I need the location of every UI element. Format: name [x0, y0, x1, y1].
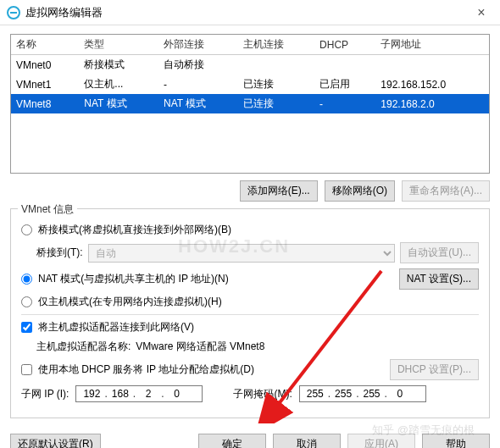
- window-title: 虚拟网络编辑器: [25, 5, 469, 20]
- hostonly-mode-radio[interactable]: 仅主机模式(在专用网络内连接虚拟机)(H): [21, 295, 222, 309]
- app-icon: [7, 6, 20, 19]
- watermark-footer: 知乎 @踏雪无痕的根: [372, 423, 475, 438]
- auto-settings-button[interactable]: 自动设置(U)...: [400, 242, 479, 263]
- column-header[interactable]: DHCP: [314, 35, 375, 55]
- column-header[interactable]: 主机连接: [238, 35, 314, 55]
- host-adapter-value: VMware 网络适配器 VMnet8: [136, 340, 264, 354]
- network-table[interactable]: 名称类型外部连接主机连接DHCP子网地址 VMnet0桥接模式自动桥接VMnet…: [10, 34, 490, 174]
- host-adapter-label: 主机虚拟适配器名称:: [36, 340, 131, 354]
- column-header[interactable]: 类型: [79, 35, 158, 55]
- column-header[interactable]: 名称: [11, 35, 79, 55]
- subnet-mask-label: 子网掩码(M):: [233, 387, 292, 401]
- ok-button[interactable]: 确定: [198, 434, 266, 448]
- dhcp-settings-button[interactable]: DHCP 设置(P)...: [390, 359, 479, 380]
- subnet-ip-label: 子网 IP (I):: [21, 387, 69, 401]
- column-header[interactable]: 外部连接: [158, 35, 238, 55]
- vmnet-info-legend: VMnet 信息: [18, 202, 77, 217]
- restore-defaults-button[interactable]: 还原默认设置(R): [10, 434, 101, 448]
- bridge-to-label: 桥接到(T):: [36, 246, 83, 260]
- table-row[interactable]: VMnet0桥接模式自动桥接: [11, 55, 489, 75]
- connect-host-checkbox[interactable]: 将主机虚拟适配器连接到此网络(V): [21, 320, 194, 335]
- dhcp-checkbox[interactable]: 使用本地 DHCP 服务将 IP 地址分配给虚拟机(D): [21, 362, 254, 377]
- nat-mode-radio[interactable]: NAT 模式(与虚拟机共享主机的 IP 地址)(N): [21, 272, 229, 286]
- close-icon[interactable]: ×: [469, 5, 493, 20]
- column-header[interactable]: 子网地址: [375, 35, 489, 55]
- add-network-button[interactable]: 添加网络(E)...: [240, 180, 318, 202]
- watermark: HOW2J.CN: [178, 235, 290, 257]
- cancel-button[interactable]: 取消: [273, 434, 341, 448]
- nat-settings-button[interactable]: NAT 设置(S)...: [399, 268, 479, 290]
- subnet-ip-input[interactable]: 192.168.2.0: [75, 385, 203, 402]
- rename-network-button[interactable]: 重命名网络(A)...: [402, 180, 490, 202]
- subnet-mask-input[interactable]: 255.255.255.0: [299, 385, 426, 402]
- titlebar: 虚拟网络编辑器 ×: [0, 0, 500, 25]
- table-row[interactable]: VMnet8NAT 模式NAT 模式已连接-192.168.2.0: [11, 94, 489, 113]
- table-row[interactable]: VMnet1仅主机...-已连接已启用192.168.152.0: [11, 75, 489, 94]
- remove-network-button[interactable]: 移除网络(O): [325, 180, 395, 202]
